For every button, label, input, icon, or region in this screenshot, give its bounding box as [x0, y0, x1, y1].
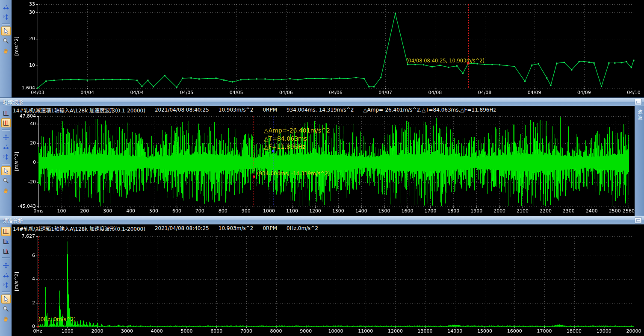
- toolbar-separator: [2, 257, 10, 259]
- delta-readout: △Amp=-26.401m/s^2,△T=84.063ms,△F=11.896H…: [363, 107, 496, 113]
- filter-tab-label: 滤波: [636, 109, 643, 216]
- zoom-icon[interactable]: [1, 176, 11, 185]
- cursor-readout: 934.004ms,-14.319m/s^2: [287, 107, 354, 113]
- svg-text:y: y: [3, 154, 5, 158]
- x-expand-icon[interactable]: x: [1, 271, 11, 280]
- pointer-icon[interactable]: [1, 166, 11, 175]
- harmonic-icon[interactable]: [1, 237, 11, 246]
- spectrum-titlebar: 频谱分析: [0, 216, 644, 224]
- waveform-chart-canvas[interactable]: [12, 114, 635, 216]
- svg-text:x: x: [5, 272, 7, 275]
- cursor-double-icon[interactable]: [1, 118, 11, 127]
- x-expand-icon[interactable]: x: [1, 142, 11, 151]
- hand-icon[interactable]: [1, 314, 11, 323]
- trend-panel: xy: [0, 0, 644, 97]
- timestamp: 2021/04/08 08:40:25: [155, 107, 209, 113]
- svg-text:y: y: [3, 283, 5, 286]
- toolbar-separator: [2, 291, 10, 293]
- trend-chart-canvas[interactable]: [12, 0, 644, 97]
- hand-icon[interactable]: [1, 186, 11, 195]
- overall-value: 10.903m/s^2: [219, 225, 254, 231]
- filter-side-tab[interactable]: 滤波: [635, 106, 644, 216]
- move-icon[interactable]: [1, 133, 11, 141]
- spectrum-header: 14#轧机\减速箱1轴输入A\128k 加速度波形(0.1-20000) 202…: [12, 224, 644, 232]
- rpm-value: 0RPM: [263, 225, 277, 231]
- trend-toolbar: xy: [0, 0, 12, 97]
- hand-icon[interactable]: [1, 46, 11, 55]
- pointer-icon[interactable]: [1, 27, 11, 35]
- cursor-readout: 0Hz,0m/s^2: [287, 225, 318, 231]
- minimize-button[interactable]: [635, 99, 642, 105]
- svg-text:x: x: [5, 144, 7, 147]
- channel-path: 14#轧机\减速箱1轴输入A\128k 加速度波形(0.1-20000): [13, 225, 145, 232]
- toolbar-separator: [2, 129, 10, 131]
- rpm-value: 0RPM: [263, 107, 277, 113]
- svg-text:y: y: [3, 15, 5, 18]
- pointer-icon[interactable]: [1, 295, 11, 304]
- spectrum-chart-canvas[interactable]: [12, 232, 644, 336]
- svg-text:x: x: [5, 4, 7, 7]
- overall-value: 10.903m/s^2: [219, 107, 254, 113]
- spectrum-panel: 频谱分析 xy 14#轧机\减速箱1轴输入A\128k 加速度波形(0.1-20…: [0, 216, 644, 336]
- waveform-header: 14#轧机\减速箱1轴输入A\128k 加速度波形(0.1-20000) 202…: [12, 106, 635, 114]
- y-expand-icon[interactable]: y: [1, 152, 11, 161]
- cursor-single-icon[interactable]: [1, 227, 11, 236]
- waveform-toolbar: xy: [0, 106, 12, 216]
- sideband-icon[interactable]: [1, 247, 11, 256]
- zoom-icon[interactable]: [1, 304, 11, 313]
- timestamp: 2021/04/08 08:40:25: [155, 225, 209, 231]
- move-icon[interactable]: [1, 261, 11, 270]
- waveform-titlebar: 时域波形: [0, 97, 644, 106]
- zoom-icon[interactable]: [1, 36, 11, 45]
- toolbar-separator: [2, 163, 10, 165]
- cursor-single-icon[interactable]: [1, 109, 11, 118]
- y-expand-icon[interactable]: y: [1, 280, 11, 289]
- minimize-button[interactable]: [635, 217, 642, 224]
- x-expand-icon[interactable]: x: [1, 3, 11, 12]
- toolbar-separator: [2, 23, 10, 25]
- spectrum-panel-title: 频谱分析: [0, 217, 635, 224]
- spectrum-toolbar: xy: [0, 224, 12, 336]
- waveform-panel: 时域波形 xy 14#轧机\减速箱1轴输入A\128k 加速度波形(0.1-20…: [0, 97, 644, 216]
- y-expand-icon[interactable]: y: [1, 12, 11, 21]
- channel-path: 14#轧机\减速箱1轴输入A\128k 加速度波形(0.1-20000): [13, 106, 145, 114]
- waveform-panel-title: 时域波形: [0, 98, 635, 106]
